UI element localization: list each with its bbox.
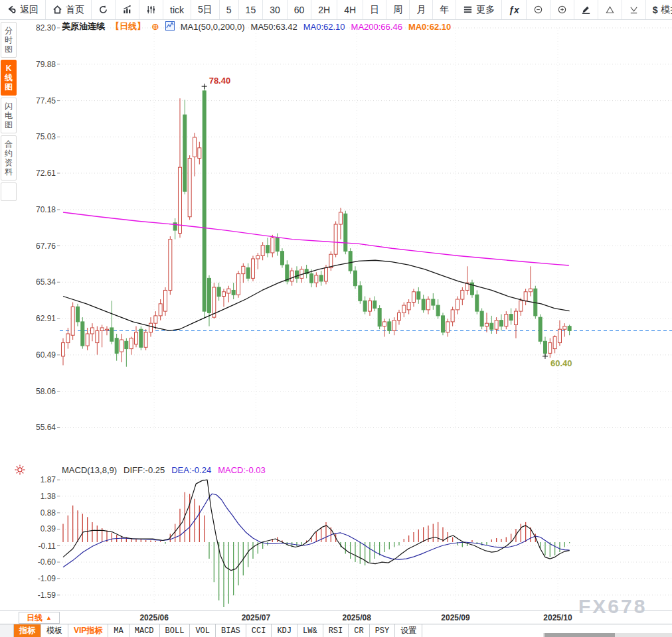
toolbar-15m-button[interactable]: 15 (239, 0, 264, 19)
tab-templates[interactable]: 模板 (41, 624, 68, 637)
tab-cci[interactable]: CCI (246, 624, 272, 637)
tab-rsi[interactable]: RSI (323, 624, 349, 637)
toolbar-chart-type-candle-button[interactable] (139, 0, 163, 19)
tab-indicators[interactable]: 指标 (14, 624, 41, 637)
low-price-annotation: 60.40 (550, 358, 572, 368)
toolbar-60m-button[interactable]: 60 (288, 0, 312, 19)
tabbar-corner-handle[interactable] (0, 624, 14, 637)
x-axis-month-label: 2025/09 (441, 613, 469, 622)
sidebar-item-contract-info[interactable]: 合约资料 (1, 135, 17, 180)
back-arrow-icon (7, 5, 17, 15)
zoom-in-icon (557, 5, 567, 15)
macd-axis-label: -1.59 (38, 591, 56, 600)
fx-icon: ƒx (509, 5, 519, 15)
tab-lwr[interactable]: LW& (297, 624, 323, 637)
horizontal-scrollbar[interactable] (543, 633, 672, 637)
toolbar-30m-button[interactable]: 30 (263, 0, 288, 19)
tab-settings[interactable]: 设置 (395, 624, 422, 637)
high-price-annotation: 78.40 (209, 76, 231, 86)
macd-diff-value: DIFF:-0.25 (124, 465, 165, 475)
price-axis-label: 82.30 (36, 23, 56, 33)
triangle-up-icon (605, 5, 615, 15)
period-selector-label: 日线 (27, 612, 42, 624)
app-root: 返回首页tick5日51530602H4H日周月年更多ƒx$模拟 分时图K线图闪… (0, 0, 672, 637)
toolbar-simulate-button[interactable]: $模拟 (646, 0, 672, 19)
sidebar-item-kline-chart[interactable]: K线图 (1, 60, 17, 96)
dollar-icon: $ (653, 5, 658, 15)
sidebar-item-empty[interactable] (1, 182, 17, 201)
toolbar-more-button[interactable]: 更多 (456, 0, 502, 19)
add-indicator-icon[interactable]: ⊕ (151, 21, 159, 32)
sliders-icon (146, 5, 156, 15)
toolbar-back-button[interactable]: 返回 (0, 0, 46, 19)
toolbar-back-label: 返回 (20, 4, 39, 16)
price-axis-label: 62.91 (36, 314, 56, 323)
symbol-name: 美原油连续 (62, 21, 105, 33)
period-tag: 【日线】 (111, 21, 145, 33)
toolbar-day-button[interactable]: 日 (363, 0, 386, 19)
tab-macd[interactable]: MACD (129, 624, 160, 637)
toolbar-month-button[interactable]: 月 (410, 0, 433, 19)
tab-kdj[interactable]: KDJ (272, 624, 297, 637)
tab-ma[interactable]: MA (108, 624, 129, 637)
tab-vol[interactable]: VOL (190, 624, 216, 637)
menu-icon (463, 5, 473, 15)
toolbar-more-label: 更多 (476, 4, 495, 16)
toolbar-zoom-in-button[interactable] (550, 0, 574, 19)
tab-bias[interactable]: BIAS (216, 624, 246, 637)
chart-header: 美原油连续 【日线】 ⊕ MA1(50,0,200,0) MA50:63.42 … (62, 21, 451, 33)
toolbar-5d-label: 5日 (198, 4, 212, 16)
toolbar-4h-label: 4H (344, 5, 356, 15)
toolbar-5m-button[interactable]: 5 (220, 0, 239, 19)
toolbar-4h-button[interactable]: 4H (337, 0, 363, 19)
ma0-orange-value: MA0:62.10 (408, 22, 451, 32)
tab-psy[interactable]: PSY (370, 624, 396, 637)
toolbar-15m-label: 15 (246, 5, 256, 15)
left-sidebar: 分时图K线图闪电图合约资料 (1, 22, 17, 203)
toolbar-fx-button[interactable]: ƒx (502, 0, 527, 19)
bar-chart-icon (122, 5, 132, 15)
x-axis-month-label: 2025/07 (242, 613, 270, 622)
price-axis-label: 58.06 (36, 387, 56, 396)
macd-dea-value: DEA:-0.24 (171, 465, 211, 475)
toolbar-zoom-out-button[interactable] (527, 0, 550, 19)
sidebar-item-time-chart[interactable]: 分时图 (1, 22, 17, 58)
toolbar-refresh-button[interactable] (92, 0, 116, 19)
top-toolbar: 返回首页tick5日51530602H4H日周月年更多ƒx$模拟 (0, 0, 672, 20)
toolbar-draw-button[interactable] (574, 0, 598, 19)
toolbar-home-label: 首页 (66, 4, 84, 16)
toolbar-5d-button[interactable]: 5日 (191, 0, 220, 19)
price-macd-chart[interactable]: 82.3079.8877.4575.0372.6170.1867.7665.34… (0, 20, 672, 610)
x-axis-month-label: 2025/10 (543, 613, 572, 622)
toolbar-tick-button[interactable]: tick (163, 0, 191, 19)
toolbar-week-button[interactable]: 周 (386, 0, 410, 19)
macd-axis-label: -1.09 (38, 574, 56, 583)
price-axis-label: 72.61 (36, 169, 56, 178)
tab-vip-indicators[interactable]: VIP指标 (68, 624, 108, 637)
toolbar-2h-label: 2H (318, 5, 330, 15)
toolbar-year-button[interactable]: 年 (433, 0, 456, 19)
refresh-icon (98, 5, 108, 15)
home-icon (52, 5, 62, 15)
toolbar-60m-label: 60 (294, 5, 305, 15)
toolbar-collapse-button[interactable] (622, 0, 646, 19)
sidebar-item-flash-chart[interactable]: 闪电图 (1, 98, 17, 133)
ma-settings-label: MA1(50,0,200,0) (181, 22, 245, 32)
mini-chart-icon (165, 21, 175, 33)
toolbar-2h-button[interactable]: 2H (311, 0, 337, 19)
toolbar-home-button[interactable]: 首页 (46, 0, 92, 19)
price-axis-label: 75.03 (36, 132, 56, 141)
price-axis-label: 60.49 (36, 350, 56, 360)
toolbar-chart-type-trend-button[interactable] (116, 0, 139, 19)
indicator-sun-icon[interactable] (14, 464, 26, 476)
ma0-blue-value: MA0:62.10 (303, 22, 345, 32)
macd-axis-label: -0.60 (38, 557, 56, 567)
toolbar-tick-label: tick (170, 5, 184, 15)
scrollbar-thumb[interactable] (545, 633, 615, 637)
toolbar-triangle-up-button[interactable] (598, 0, 622, 19)
macd-axis-label: 0.88 (41, 508, 56, 518)
price-axis-label: 70.18 (36, 205, 56, 214)
tab-cr[interactable]: CR (349, 624, 369, 637)
period-selector[interactable]: 日线 ▲ (19, 612, 60, 624)
tab-boll[interactable]: BOLL (160, 624, 191, 637)
